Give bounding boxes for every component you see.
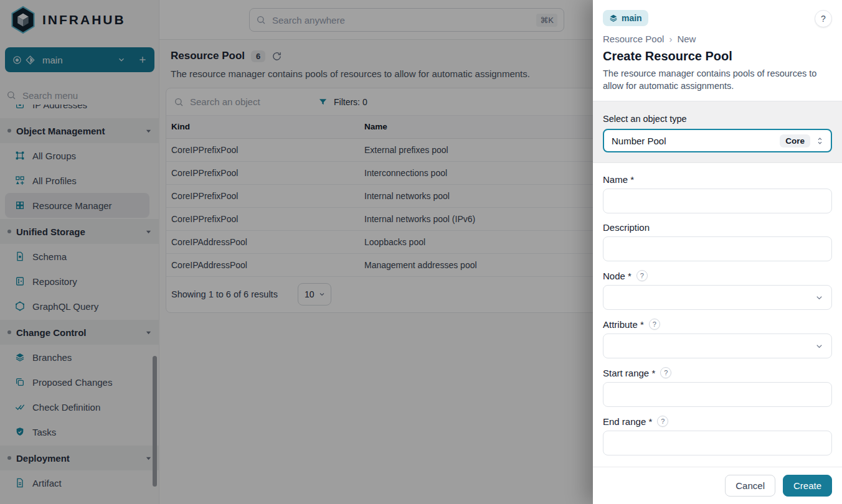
object-type-label: Select an object type [603, 114, 832, 124]
namespace-badge: Core [780, 134, 810, 147]
create-button[interactable]: Create [783, 475, 832, 497]
create-resource-pool-drawer: main ? Resource Pool › New Create Resour… [593, 0, 842, 504]
help-icon[interactable]: ? [657, 416, 668, 427]
drawer-title: Create Resource Pool [603, 49, 832, 63]
branch-badge-label: main [622, 13, 642, 23]
drawer-backdrop[interactable] [0, 0, 593, 504]
breadcrumb-current: New [677, 34, 696, 44]
layers-icon [609, 14, 618, 22]
attribute-select[interactable] [603, 334, 832, 358]
field-attribute: Attribute * ? [603, 319, 832, 358]
end-range-input[interactable] [603, 431, 832, 455]
field-label: Node * [603, 271, 632, 281]
breadcrumb-separator: › [669, 34, 672, 44]
help-icon[interactable]: ? [649, 319, 660, 330]
chevron-down-icon [815, 342, 824, 351]
description-input[interactable] [603, 236, 832, 261]
cancel-button[interactable]: Cancel [725, 475, 775, 497]
object-type-section: Select an object type Number Pool Core [593, 101, 842, 163]
field-label: Name * [603, 174, 634, 185]
drawer-description: The resource manager contains pools of r… [603, 67, 827, 92]
field-description: Description [603, 222, 832, 261]
field-label: Attribute * [603, 319, 644, 330]
object-type-value: Number Pool [612, 136, 775, 146]
help-icon[interactable]: ? [636, 270, 648, 281]
chevron-down-icon [815, 293, 824, 302]
breadcrumb: Resource Pool › New [603, 34, 832, 44]
field-end-range: End range * ? [603, 416, 832, 455]
branch-badge: main [603, 10, 648, 26]
unfold-more-icon [815, 136, 825, 146]
start-range-input[interactable] [603, 382, 832, 407]
help-icon[interactable]: ? [660, 367, 671, 378]
help-button[interactable]: ? [815, 10, 832, 27]
field-label: Description [603, 222, 650, 233]
field-node: Node * ? [603, 270, 832, 310]
create-form: Name * Description Node * ? Attribut [593, 163, 842, 455]
object-type-select[interactable]: Number Pool Core [603, 129, 832, 152]
field-name: Name * [603, 174, 832, 213]
field-label: Start range * [603, 368, 655, 378]
field-start-range: Start range * ? [603, 367, 832, 407]
breadcrumb-parent[interactable]: Resource Pool [603, 34, 664, 44]
name-input[interactable] [603, 189, 832, 213]
node-select[interactable] [603, 285, 832, 310]
field-label: End range * [603, 416, 652, 427]
drawer-footer: Cancel Create [593, 467, 842, 504]
